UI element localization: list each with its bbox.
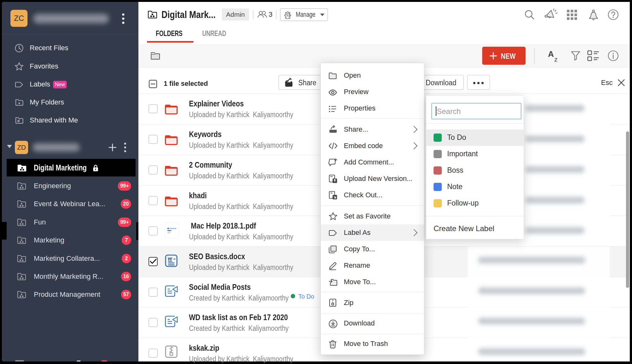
svg-text:z: z [554, 56, 558, 63]
svg-text:A: A [548, 50, 554, 59]
